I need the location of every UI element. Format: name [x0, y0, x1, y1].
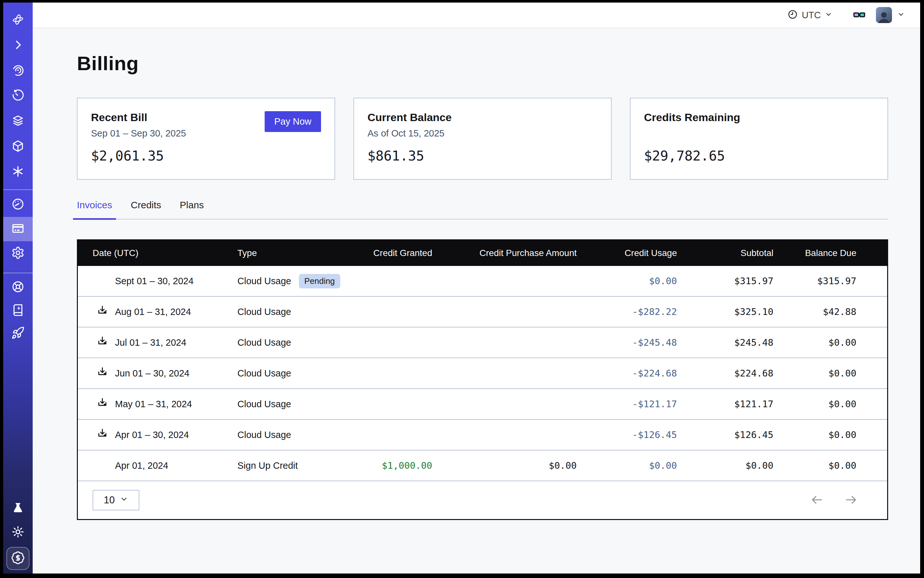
arrow-right-icon — [844, 493, 858, 508]
row-type-label: Cloud Usage — [237, 307, 291, 317]
sidebar-divider — [3, 273, 32, 273]
sidebar-item-docs[interactable] — [3, 299, 32, 322]
download-invoice-button[interactable] — [93, 336, 115, 349]
table-row: Jul 01 – 31, 2024 Cloud Usage -$245.48 $… — [78, 328, 887, 358]
card-subtitle — [644, 128, 740, 140]
card-title: Current Balance — [367, 111, 452, 124]
download-invoice-button[interactable] — [93, 305, 115, 319]
avatar — [876, 7, 892, 23]
cell-subtotal: $224.68 — [677, 368, 773, 379]
timezone-selector[interactable]: UTC — [788, 9, 832, 21]
gauge-icon — [11, 197, 25, 212]
logo — [11, 13, 25, 28]
sidebar-item-observe[interactable] — [3, 60, 32, 81]
docs-book-icon — [11, 303, 25, 318]
table-row: May 01 – 31, 2024 Cloud Usage -$121.17 $… — [78, 389, 887, 420]
cell-credit-granted: $1,000.00 — [355, 460, 432, 471]
cell-credit-usage: $0.00 — [577, 276, 677, 286]
sidebar-item-sessions[interactable] — [3, 86, 32, 106]
cell-credit-usage: -$224.68 — [577, 368, 677, 379]
tab-plans[interactable]: Plans — [180, 200, 204, 219]
tab-invoices[interactable]: Invoices — [77, 200, 112, 219]
cell-balance-due: $0.00 — [773, 368, 856, 379]
row-type-label: Cloud Usage — [237, 430, 291, 440]
cell-subtotal: $245.48 — [677, 337, 773, 348]
timer-icon — [11, 89, 25, 104]
download-icon — [93, 336, 108, 349]
cell-credit-purchase: $0.00 — [432, 460, 577, 471]
app-window: UTC Billing — [3, 3, 920, 573]
col-credit-usage: Credit Usage — [577, 248, 677, 258]
layers-icon — [11, 114, 25, 129]
sidebar-item-support[interactable] — [3, 276, 32, 299]
credits-button[interactable] — [6, 547, 29, 570]
page-size-select[interactable]: 10 — [93, 490, 140, 510]
card-amount: $29,782.65 — [644, 148, 874, 164]
row-date-label: May 01 – 31, 2024 — [115, 399, 192, 409]
sun-icon — [11, 525, 25, 540]
row-type-label: Cloud Usage — [237, 368, 291, 379]
sidebar-item-home[interactable] — [3, 10, 32, 31]
account-menu[interactable] — [876, 7, 905, 23]
sidebar-item-billing[interactable] — [3, 217, 32, 241]
cell-subtotal: $325.10 — [677, 306, 773, 317]
sidebar-item-deployments[interactable] — [3, 136, 32, 157]
download-invoice-button[interactable] — [93, 397, 115, 411]
sidebar-divider — [3, 189, 32, 190]
row-date-label: Apr 01 – 30, 2024 — [115, 430, 189, 440]
tab-credits[interactable]: Credits — [131, 200, 161, 219]
next-page-button[interactable] — [844, 493, 858, 508]
sidebar-spacer — [3, 345, 32, 495]
table-row: Apr 01 – 30, 2024 Cloud Usage -$126.45 $… — [78, 420, 887, 450]
sidebar-item-labs[interactable] — [3, 498, 32, 519]
rocket-icon — [11, 326, 25, 341]
timezone-label: UTC — [802, 10, 821, 21]
row-type-label: Cloud Usage — [237, 399, 291, 409]
chevron-right-icon — [11, 38, 25, 53]
topbar: UTC — [32, 3, 920, 28]
cell-subtotal: $315.97 — [677, 276, 773, 286]
cell-credit-usage: -$245.48 — [577, 337, 677, 348]
card-subtitle: Sep 01 – Sep 30, 2025 — [91, 128, 186, 140]
cell-credit-usage: -$282.22 — [577, 306, 677, 317]
wheel-icon — [11, 280, 25, 295]
cell-balance-due: $0.00 — [773, 429, 856, 440]
theme-toggle[interactable] — [3, 522, 32, 543]
cell-balance-due: $0.00 — [773, 460, 856, 471]
col-type: Type — [237, 248, 355, 258]
download-invoice-button[interactable] — [93, 366, 115, 380]
sidebar-item-inference[interactable] — [3, 162, 32, 182]
cell-subtotal: $121.17 — [677, 399, 773, 409]
main-area: UTC Billing — [32, 3, 920, 573]
page-size-value: 10 — [104, 494, 115, 506]
pay-now-button[interactable]: Pay Now — [265, 111, 321, 132]
cell-subtotal: $0.00 — [677, 460, 773, 471]
cell-balance-due: $315.97 — [773, 276, 856, 286]
current-balance-card: Current Balance As of Oct 15, 2025 $861.… — [353, 98, 612, 180]
sidebar-collapse-toggle[interactable] — [3, 35, 32, 56]
row-type-label: Cloud Usage — [237, 338, 291, 348]
table-header: Date (UTC) Type Credit Granted Credit Pu… — [78, 240, 887, 266]
sidebar-item-layers[interactable] — [3, 111, 32, 132]
asterisk-icon — [11, 165, 25, 179]
download-icon — [93, 305, 108, 319]
summary-cards: Recent Bill Sep 01 – Sep 30, 2025 Pay No… — [77, 98, 888, 180]
page-title: Billing — [77, 52, 888, 75]
sidebar-item-getting-started[interactable] — [3, 322, 32, 345]
download-icon — [93, 397, 108, 411]
status-badge: Pending — [299, 274, 340, 288]
sidebar-item-usage[interactable] — [3, 193, 32, 217]
credits-remaining-card: Credits Remaining $29,782.65 — [630, 98, 888, 180]
prev-page-button[interactable] — [810, 493, 824, 508]
reader-mode-button[interactable] — [852, 8, 866, 23]
gear-icon — [11, 246, 25, 261]
row-date-label: Jun 01 – 30, 2024 — [115, 368, 189, 379]
download-invoice-button[interactable] — [93, 428, 115, 442]
col-date: Date (UTC) — [93, 248, 237, 258]
cell-balance-due: $0.00 — [773, 337, 856, 348]
invoices-table: Date (UTC) Type Credit Granted Credit Pu… — [77, 239, 888, 520]
sidebar-item-settings[interactable] — [3, 241, 32, 266]
download-icon — [93, 428, 108, 442]
cell-balance-due: $0.00 — [773, 399, 856, 409]
recent-bill-card: Recent Bill Sep 01 – Sep 30, 2025 Pay No… — [77, 98, 335, 180]
